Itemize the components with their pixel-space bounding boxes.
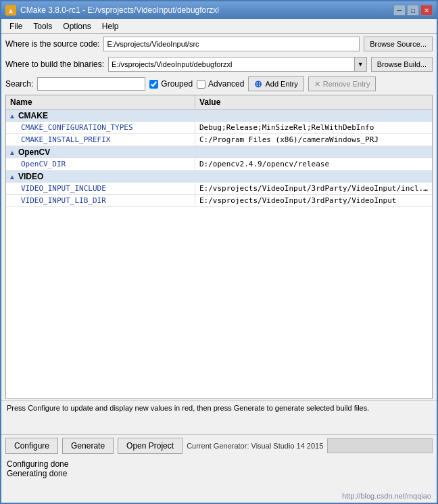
build-row: Where to build the binaries: E:/vsprojec… — [1, 54, 437, 74]
app-icon: ▲ — [5, 5, 16, 16]
status-bar: Press Configure to update and display ne… — [1, 400, 437, 434]
grouped-checkbox[interactable] — [149, 80, 158, 89]
triangle-opencv-icon: ▲ — [9, 149, 16, 156]
menu-tools[interactable]: Tools — [28, 20, 57, 32]
maximize-button[interactable]: □ — [407, 5, 419, 16]
add-entry-label: Add Entry — [265, 80, 297, 88]
entry-value: C:/Program Files (x86)/cameraWindows_PRJ — [195, 134, 432, 145]
table-header: Name Value — [6, 95, 432, 110]
configure-button[interactable]: Configure — [5, 438, 58, 454]
group-cmake-label: CMAKE — [18, 111, 48, 120]
output-area: Configuring done Generating done — [1, 457, 437, 490]
remove-entry-button[interactable]: ✕ Remove Entry — [308, 76, 376, 91]
grouped-checkbox-group: Grouped — [149, 79, 193, 89]
build-path-dropdown[interactable]: ▼ — [354, 58, 366, 71]
title-controls: ─ □ ✕ — [393, 5, 433, 16]
entry-name: CMAKE_INSTALL_PREFIX — [6, 134, 195, 145]
title-bar-left: ▲ CMake 3.8.0-rc1 - E:/vsprojects/VideoI… — [5, 5, 219, 16]
entry-value: E:/vsprojects/VideoInput/3rdParty/VideoI… — [195, 195, 432, 206]
plus-icon: ⊕ — [254, 78, 262, 89]
generate-button[interactable]: Generate — [62, 438, 114, 454]
build-path-container: E:/vsprojects/VideoInput/debugforzxl ▼ — [108, 57, 367, 72]
col-name-header: Name — [6, 95, 195, 109]
grouped-label: Grouped — [161, 79, 193, 89]
group-cmake[interactable]: ▲ CMAKE — [6, 110, 432, 122]
entry-value: E:/vsprojects/VideoInput/3rdParty/VideoI… — [195, 183, 432, 194]
table-row[interactable]: CMAKE_CONFIGURATION_TYPES Debug;Release;… — [6, 122, 432, 134]
window-title: CMake 3.8.0-rc1 - E:/vsprojects/VideoInp… — [20, 5, 219, 15]
menu-options[interactable]: Options — [57, 20, 96, 32]
generator-slot — [327, 438, 433, 453]
col-value-header: Value — [195, 95, 432, 109]
table-row[interactable]: VIDEO_INPUT_INCLUDE E:/vsprojects/VideoI… — [6, 183, 432, 195]
entry-name: CMAKE_CONFIGURATION_TYPES — [6, 122, 195, 133]
remove-icon: ✕ — [314, 80, 320, 89]
search-label: Search: — [5, 79, 33, 89]
table-row[interactable]: VIDEO_INPUT_LIB_DIR E:/vsprojects/VideoI… — [6, 195, 432, 207]
entry-name: OpenCV_DIR — [6, 158, 195, 170]
menu-file[interactable]: File — [4, 20, 28, 32]
group-opencv[interactable]: ▲ OpenCV — [6, 146, 432, 158]
generator-label: Current Generator: Visual Studio 14 2015 — [187, 442, 323, 450]
source-label: Where is the source code: — [5, 39, 99, 49]
entry-name: VIDEO_INPUT_LIB_DIR — [6, 195, 195, 206]
triangle-video-icon: ▲ — [9, 173, 16, 181]
entries-table: Name Value ▲ CMAKE CMAKE_CONFIGURATION_T… — [5, 95, 433, 399]
menu-bar: File Tools Options Help — [1, 19, 437, 34]
source-input[interactable] — [103, 37, 360, 51]
browse-source-button[interactable]: Browse Source... — [364, 37, 433, 51]
advanced-label: Advanced — [208, 79, 244, 89]
entry-name: VIDEO_INPUT_INCLUDE — [6, 183, 195, 194]
group-video[interactable]: ▲ VIDEO — [6, 170, 432, 183]
main-window: ▲ CMake 3.8.0-rc1 - E:/vsprojects/VideoI… — [0, 0, 438, 504]
search-input[interactable] — [37, 77, 145, 91]
watermark: http://blog.csdn.net/mqqiao — [1, 490, 437, 503]
minimize-button[interactable]: ─ — [393, 5, 406, 16]
menu-help[interactable]: Help — [97, 20, 124, 32]
advanced-checkbox[interactable] — [197, 80, 205, 89]
open-project-button[interactable]: Open Project — [118, 438, 182, 454]
add-entry-button[interactable]: ⊕ Add Entry — [248, 76, 303, 91]
group-video-label: VIDEO — [18, 172, 43, 181]
build-label: Where to build the binaries: — [5, 60, 104, 69]
advanced-checkbox-group: Advanced — [197, 79, 244, 89]
title-bar: ▲ CMake 3.8.0-rc1 - E:/vsprojects/VideoI… — [1, 1, 437, 19]
browse-build-button[interactable]: Browse Build... — [371, 57, 433, 72]
group-opencv-label: OpenCV — [18, 147, 50, 157]
table-row[interactable]: CMAKE_INSTALL_PREFIX C:/Program Files (x… — [6, 134, 432, 146]
close-button[interactable]: ✕ — [420, 5, 433, 16]
watermark-text: http://blog.csdn.net/mqqiao — [342, 492, 431, 500]
output-line-2: Generating done — [7, 469, 431, 478]
source-row: Where is the source code: Browse Source.… — [1, 34, 437, 54]
output-line-1: Configuring done — [7, 459, 431, 469]
status-text: Press Configure to update and display ne… — [7, 404, 369, 412]
bottom-action-bar: Configure Generate Open Project Current … — [1, 434, 437, 457]
search-row: Search: Grouped Advanced ⊕ Add Entry ✕ R… — [1, 74, 437, 93]
build-path-text: E:/vsprojects/VideoInput/debugforzxl — [109, 59, 354, 70]
entry-value: Debug;Release;MinSizeRel;RelWithDebInfo — [195, 122, 432, 133]
triangle-cmake-icon: ▲ — [9, 112, 16, 120]
table-row[interactable]: OpenCV_DIR D:/opencv2.4.9/opencv/release — [6, 158, 432, 170]
entry-value: D:/opencv2.4.9/opencv/release — [195, 158, 432, 170]
remove-entry-label: Remove Entry — [323, 80, 370, 88]
